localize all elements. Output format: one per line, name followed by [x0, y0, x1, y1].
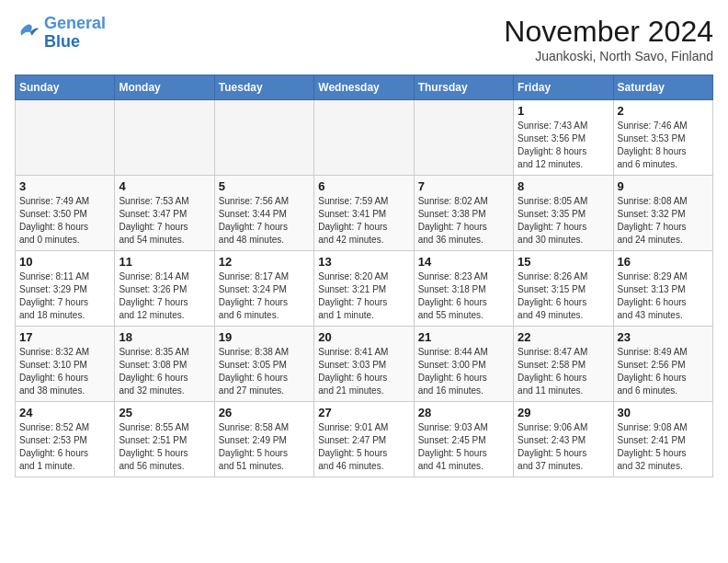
calendar-cell — [115, 100, 214, 176]
week-row-2: 3Sunrise: 7:49 AM Sunset: 3:50 PM Daylig… — [16, 176, 713, 251]
calendar-cell: 14Sunrise: 8:23 AM Sunset: 3:18 PM Dayli… — [414, 251, 513, 327]
day-number: 22 — [518, 330, 609, 344]
day-info: Sunrise: 7:56 AM Sunset: 3:44 PM Dayligh… — [219, 195, 310, 247]
calendar-cell: 3Sunrise: 7:49 AM Sunset: 3:50 PM Daylig… — [16, 176, 115, 251]
week-row-3: 10Sunrise: 8:11 AM Sunset: 3:29 PM Dayli… — [16, 251, 713, 327]
calendar-cell: 8Sunrise: 8:05 AM Sunset: 3:35 PM Daylig… — [514, 176, 613, 251]
calendar-cell: 29Sunrise: 9:06 AM Sunset: 2:43 PM Dayli… — [514, 402, 613, 477]
weekday-header-friday: Friday — [514, 75, 613, 100]
week-row-5: 24Sunrise: 8:52 AM Sunset: 2:53 PM Dayli… — [16, 402, 713, 477]
day-info: Sunrise: 8:44 AM Sunset: 3:00 PM Dayligh… — [418, 346, 509, 397]
calendar-cell: 16Sunrise: 8:29 AM Sunset: 3:13 PM Dayli… — [613, 251, 712, 327]
day-info: Sunrise: 8:32 AM Sunset: 3:10 PM Dayligh… — [19, 346, 110, 397]
calendar-cell: 26Sunrise: 8:58 AM Sunset: 2:49 PM Dayli… — [214, 402, 313, 477]
day-info: Sunrise: 8:52 AM Sunset: 2:53 PM Dayligh… — [19, 421, 110, 473]
day-number: 12 — [219, 255, 310, 269]
day-number: 13 — [318, 255, 409, 269]
weekday-header-wednesday: Wednesday — [314, 75, 414, 100]
calendar-cell: 18Sunrise: 8:35 AM Sunset: 3:08 PM Dayli… — [115, 327, 214, 402]
day-number: 7 — [418, 179, 509, 193]
day-info: Sunrise: 8:58 AM Sunset: 2:49 PM Dayligh… — [219, 421, 310, 473]
calendar-cell: 5Sunrise: 7:56 AM Sunset: 3:44 PM Daylig… — [214, 176, 313, 251]
logo-icon — [15, 20, 40, 46]
logo-text: General Blue — [44, 15, 106, 52]
day-info: Sunrise: 8:26 AM Sunset: 3:15 PM Dayligh… — [518, 270, 609, 322]
day-info: Sunrise: 9:03 AM Sunset: 2:45 PM Dayligh… — [418, 421, 509, 473]
day-number: 4 — [119, 179, 210, 193]
calendar-cell: 2Sunrise: 7:46 AM Sunset: 3:53 PM Daylig… — [613, 100, 712, 176]
day-info: Sunrise: 8:35 AM Sunset: 3:08 PM Dayligh… — [119, 346, 210, 397]
day-number: 28 — [418, 406, 509, 419]
day-info: Sunrise: 8:41 AM Sunset: 3:03 PM Dayligh… — [318, 346, 409, 397]
weekday-header-thursday: Thursday — [414, 75, 513, 100]
calendar-cell: 4Sunrise: 7:53 AM Sunset: 3:47 PM Daylig… — [115, 176, 214, 251]
calendar-cell: 19Sunrise: 8:38 AM Sunset: 3:05 PM Dayli… — [214, 327, 313, 402]
day-number: 18 — [119, 330, 210, 344]
day-info: Sunrise: 8:17 AM Sunset: 3:24 PM Dayligh… — [219, 270, 310, 322]
day-number: 11 — [119, 255, 210, 269]
logo: General Blue — [15, 15, 106, 52]
calendar-cell — [414, 100, 513, 176]
calendar-cell — [16, 100, 115, 176]
weekday-header-tuesday: Tuesday — [214, 75, 313, 100]
day-info: Sunrise: 7:53 AM Sunset: 3:47 PM Dayligh… — [119, 195, 210, 247]
day-info: Sunrise: 8:55 AM Sunset: 2:51 PM Dayligh… — [119, 421, 210, 473]
location-subtitle: Juankoski, North Savo, Finland — [504, 49, 713, 63]
day-info: Sunrise: 8:11 AM Sunset: 3:29 PM Dayligh… — [19, 270, 110, 322]
day-info: Sunrise: 8:29 AM Sunset: 3:13 PM Dayligh… — [618, 270, 709, 322]
calendar-cell: 7Sunrise: 8:02 AM Sunset: 3:38 PM Daylig… — [414, 176, 513, 251]
day-number: 6 — [318, 179, 409, 193]
day-number: 2 — [618, 104, 709, 118]
calendar-cell: 21Sunrise: 8:44 AM Sunset: 3:00 PM Dayli… — [414, 327, 513, 402]
day-number: 26 — [219, 406, 310, 419]
day-info: Sunrise: 8:38 AM Sunset: 3:05 PM Dayligh… — [219, 346, 310, 397]
day-info: Sunrise: 7:43 AM Sunset: 3:56 PM Dayligh… — [518, 120, 609, 171]
day-number: 10 — [19, 255, 110, 269]
calendar-cell: 17Sunrise: 8:32 AM Sunset: 3:10 PM Dayli… — [16, 327, 115, 402]
calendar-cell: 24Sunrise: 8:52 AM Sunset: 2:53 PM Dayli… — [16, 402, 115, 477]
calendar-cell: 10Sunrise: 8:11 AM Sunset: 3:29 PM Dayli… — [16, 251, 115, 327]
calendar-cell: 28Sunrise: 9:03 AM Sunset: 2:45 PM Dayli… — [414, 402, 513, 477]
day-number: 1 — [518, 104, 609, 118]
day-number: 20 — [318, 330, 409, 344]
calendar-cell: 20Sunrise: 8:41 AM Sunset: 3:03 PM Dayli… — [314, 327, 414, 402]
day-info: Sunrise: 7:46 AM Sunset: 3:53 PM Dayligh… — [618, 120, 709, 171]
calendar-cell: 13Sunrise: 8:20 AM Sunset: 3:21 PM Dayli… — [314, 251, 414, 327]
day-info: Sunrise: 8:23 AM Sunset: 3:18 PM Dayligh… — [418, 270, 509, 322]
day-info: Sunrise: 8:14 AM Sunset: 3:26 PM Dayligh… — [119, 270, 210, 322]
day-number: 27 — [318, 406, 409, 419]
calendar-cell: 15Sunrise: 8:26 AM Sunset: 3:15 PM Dayli… — [514, 251, 613, 327]
day-info: Sunrise: 8:05 AM Sunset: 3:35 PM Dayligh… — [518, 195, 609, 247]
month-title: November 2024 — [504, 15, 713, 49]
weekday-header-sunday: Sunday — [16, 75, 115, 100]
page-header: General Blue November 2024 Juankoski, No… — [15, 15, 713, 63]
weekday-header-saturday: Saturday — [613, 75, 712, 100]
day-number: 8 — [518, 179, 609, 193]
week-row-1: 1Sunrise: 7:43 AM Sunset: 3:56 PM Daylig… — [16, 100, 713, 176]
day-number: 30 — [618, 406, 709, 419]
day-number: 25 — [119, 406, 210, 419]
day-info: Sunrise: 8:47 AM Sunset: 2:58 PM Dayligh… — [518, 346, 609, 397]
day-info: Sunrise: 7:59 AM Sunset: 3:41 PM Dayligh… — [318, 195, 409, 247]
calendar-cell — [214, 100, 313, 176]
day-number: 14 — [418, 255, 509, 269]
day-number: 19 — [219, 330, 310, 344]
week-row-4: 17Sunrise: 8:32 AM Sunset: 3:10 PM Dayli… — [16, 327, 713, 402]
calendar-cell: 22Sunrise: 8:47 AM Sunset: 2:58 PM Dayli… — [514, 327, 613, 402]
title-block: November 2024 Juankoski, North Savo, Fin… — [504, 15, 713, 63]
calendar-cell: 30Sunrise: 9:08 AM Sunset: 2:41 PM Dayli… — [613, 402, 712, 477]
day-info: Sunrise: 8:02 AM Sunset: 3:38 PM Dayligh… — [418, 195, 509, 247]
day-info: Sunrise: 8:08 AM Sunset: 3:32 PM Dayligh… — [618, 195, 709, 247]
calendar-cell: 25Sunrise: 8:55 AM Sunset: 2:51 PM Dayli… — [115, 402, 214, 477]
day-number: 21 — [418, 330, 509, 344]
calendar-cell: 27Sunrise: 9:01 AM Sunset: 2:47 PM Dayli… — [314, 402, 414, 477]
day-number: 24 — [19, 406, 110, 419]
day-info: Sunrise: 9:08 AM Sunset: 2:41 PM Dayligh… — [618, 421, 709, 473]
calendar-cell: 9Sunrise: 8:08 AM Sunset: 3:32 PM Daylig… — [613, 176, 712, 251]
weekday-header-row: SundayMondayTuesdayWednesdayThursdayFrid… — [16, 75, 713, 100]
weekday-header-monday: Monday — [115, 75, 214, 100]
calendar-cell: 23Sunrise: 8:49 AM Sunset: 2:56 PM Dayli… — [613, 327, 712, 402]
day-info: Sunrise: 8:20 AM Sunset: 3:21 PM Dayligh… — [318, 270, 409, 322]
day-info: Sunrise: 9:06 AM Sunset: 2:43 PM Dayligh… — [518, 421, 609, 473]
day-number: 5 — [219, 179, 310, 193]
